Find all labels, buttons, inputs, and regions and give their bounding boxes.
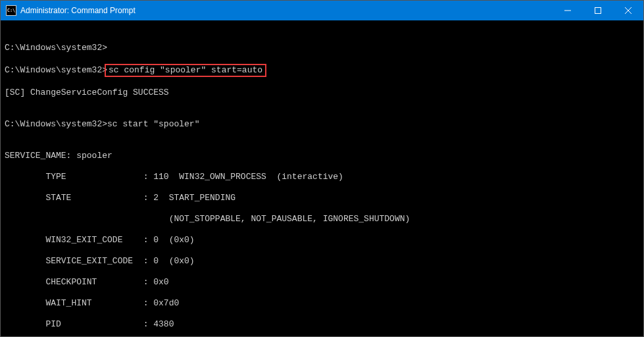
terminal-line: WIN32_EXIT_CODE : 0 (0x0): [5, 235, 639, 246]
command-text: sc start "spooler": [107, 119, 199, 129]
window-title: Administrator: Command Prompt: [20, 6, 553, 15]
highlighted-command: sc config "spooler" start=auto: [105, 64, 266, 77]
window-controls: [553, 1, 643, 20]
terminal-line: (NOT_STOPPABLE, NOT_PAUSABLE, IGNORES_SH…: [5, 214, 639, 224]
maximize-icon: [595, 7, 601, 14]
cmd-icon: C:\: [6, 5, 16, 16]
command-prompt-window: C:\ Administrator: Command Prompt C:\Win…: [0, 0, 644, 337]
prompt-text: C:\Windows\system32>: [5, 65, 107, 75]
terminal-line: PID : 4380: [5, 319, 639, 330]
terminal-line: WAIT_HINT : 0x7d0: [5, 298, 639, 309]
terminal-line: [SC] ChangeServiceConfig SUCCESS: [5, 88, 639, 98]
terminal-output[interactable]: C:\Windows\system32> C:\Windows\system32…: [1, 20, 643, 336]
terminal-line: SERVICE_EXIT_CODE : 0 (0x0): [5, 256, 639, 267]
terminal-line: SERVICE_NAME: spooler: [5, 151, 639, 161]
titlebar[interactable]: C:\ Administrator: Command Prompt: [1, 1, 643, 20]
close-button[interactable]: [613, 1, 643, 20]
terminal-line: TYPE : 110 WIN32_OWN_PROCESS (interactiv…: [5, 172, 639, 182]
terminal-line: C:\Windows\system32>sc config "spooler" …: [5, 64, 639, 77]
minimize-button[interactable]: [553, 1, 583, 20]
minimize-icon: [564, 7, 571, 14]
prompt-text: C:\Windows\system32>: [5, 119, 107, 129]
terminal-line: CHECKPOINT : 0x0: [5, 277, 639, 288]
maximize-button[interactable]: [583, 1, 613, 20]
terminal-line: C:\Windows\system32>: [5, 43, 639, 53]
close-icon: [625, 7, 632, 14]
svg-rect-1: [595, 8, 601, 14]
terminal-line: STATE : 2 START_PENDING: [5, 193, 639, 203]
terminal-line: C:\Windows\system32>sc start "spooler": [5, 119, 639, 130]
